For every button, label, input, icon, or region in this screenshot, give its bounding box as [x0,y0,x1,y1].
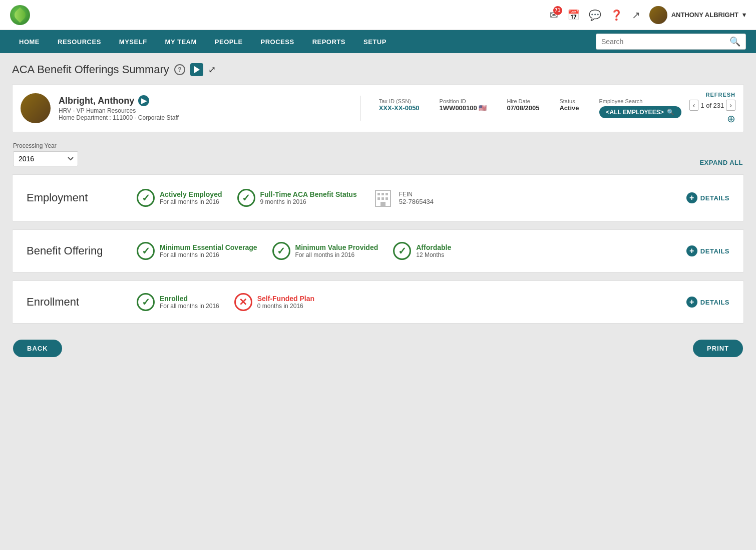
help-icon[interactable]: ❓ [610,9,623,21]
min-essential-text: Minimum Essential Coverage For all month… [160,243,257,258]
self-funded-check: ✕ [234,293,252,311]
refresh-nav: REFRESH ‹ 1 of 231 › ⊕ [689,92,735,125]
fullscreen-icon[interactable]: ⤢ [208,64,216,75]
avatar-image [649,6,667,24]
nav-home[interactable]: HOME [10,30,49,53]
expand-all-button[interactable]: EXPAND ALL [699,159,743,166]
nav-items: HOME RESOURCES MYSELF MY TEAM PEOPLE PRO… [10,30,396,53]
next-employee-button[interactable]: › [726,100,735,111]
employee-card: Albright, Anthony ▶ HRV - VP Human Resou… [12,84,744,132]
enrollment-items: ✓ Enrolled For all months in 2016 ✕ Self… [137,293,666,311]
export-icon[interactable]: ↗ [632,9,640,21]
emp-search-label: Employee Search [599,98,643,104]
tax-id-value: XXX-XX-0050 [379,104,420,112]
enrollment-section: Enrollment ✓ Enrolled For all months in … [12,281,744,324]
hire-date-field: Hire Date 07/08/2005 [507,98,539,112]
x-icon: ✕ [239,296,247,308]
employee-name-row: Albright, Anthony ▶ [59,95,352,106]
fulltime-aca-text: Full-Time ACA Benefit Status 9 months in… [260,190,357,205]
employment-details-button[interactable]: + DETAILS [686,192,729,203]
employee-title: HRV - VP Human Resources [59,107,352,114]
nav-people[interactable]: PEOPLE [206,30,252,53]
back-button[interactable]: BACK [13,340,62,357]
nav-reports[interactable]: REPORTS [303,30,354,53]
fein-value: 52-7865434 [399,198,434,205]
page-title: ACA Benefit Offerings Summary [12,63,169,76]
self-funded-label: Self-Funded Plan [257,295,314,303]
benefit-offering-section: Benefit Offering ✓ Minimum Essential Cov… [12,229,744,272]
search-button[interactable]: 🔍 [729,36,740,47]
benefit-details-label: DETAILS [700,247,729,255]
calendar-icon[interactable]: 📅 [567,9,580,21]
affordable-label: Affordable [416,243,451,251]
min-value-item: ✓ Minimum Value Provided For all months … [272,242,379,260]
check-icon-2: ✓ [242,192,250,204]
svg-rect-1 [377,193,380,195]
mail-icon[interactable]: ✉ 71 [550,9,558,21]
search-bar: 🔍 [596,34,746,50]
nav-my-team[interactable]: MY TEAM [156,30,206,53]
position-id-field: Position ID 1WW000100 🇺🇸 [440,98,487,112]
employee-count: 1 of 231 [700,102,724,109]
nav-setup[interactable]: SETUP [354,30,396,53]
min-value-label: Minimum Value Provided [295,243,379,251]
benefit-details-button[interactable]: + DETAILS [686,245,729,256]
enrolled-item: ✓ Enrolled For all months in 2016 [137,293,219,311]
details-plus-icon: + [686,192,697,203]
svg-rect-7 [381,202,386,206]
nav-resources[interactable]: RESOURCES [49,30,110,53]
controls-row: Processing Year 2016 2015 2017 EXPAND AL… [12,142,744,166]
help-circle-icon[interactable]: ? [174,64,185,75]
search-input[interactable] [601,38,729,46]
affordable-sub: 12 Months [416,251,451,258]
check-icon-3: ✓ [142,245,150,257]
status-value: Active [559,104,579,112]
check-icon-4: ✓ [277,245,285,257]
enrolled-check: ✓ [137,293,155,311]
enrolled-label: Enrolled [160,295,219,303]
employee-avatar [21,93,51,123]
top-bar-right: ✉ 71 📅 💬 ❓ ↗ ANTHONY ALBRIGHT ▾ [550,6,746,24]
actively-employed-label: Actively Employed [160,190,222,198]
actively-employed-check: ✓ [137,189,155,207]
svg-rect-5 [382,197,384,200]
svg-rect-3 [386,193,388,195]
svg-rect-4 [377,197,380,200]
add-circle-icon[interactable]: ⊕ [727,113,735,125]
nav-bar: HOME RESOURCES MYSELF MY TEAM PEOPLE PRO… [0,30,756,53]
nav-arrows: ‹ 1 of 231 › [689,100,735,111]
enrollment-details-label: DETAILS [700,299,729,306]
all-employees-button[interactable]: <ALL EMPLOYEES> 🔍 [599,106,681,118]
employee-nav-button[interactable]: ▶ [138,95,149,106]
affordable-text: Affordable 12 Months [416,243,451,258]
enrollment-details-button[interactable]: + DETAILS [686,297,729,308]
flag-icon: 🇺🇸 [479,104,487,112]
min-value-text: Minimum Value Provided For all months in… [295,243,379,258]
svg-rect-6 [386,197,388,200]
status-label: Status [559,98,575,104]
fulltime-aca-item: ✓ Full-Time ACA Benefit Status 9 months … [237,189,357,207]
chat-icon[interactable]: 💬 [589,9,601,21]
prev-employee-button[interactable]: ‹ [689,100,699,111]
affordable-item: ✓ Affordable 12 Months [393,242,451,260]
benefit-details-plus-icon: + [686,245,697,256]
processing-year-label: Processing Year [13,142,78,149]
tax-id-label: Tax ID (SSN) [379,98,420,104]
nav-myself[interactable]: MYSELF [110,30,156,53]
search-icon-white: 🔍 [667,109,674,116]
check-icon-5: ✓ [398,245,407,257]
self-funded-sub: 0 months in 2016 [257,303,314,310]
nav-process[interactable]: PROCESS [252,30,303,53]
min-essential-item: ✓ Minimum Essential Coverage For all mon… [137,242,257,260]
play-button[interactable] [190,63,203,76]
employee-fields: Tax ID (SSN) XXX-XX-0050 Position ID 1WW… [379,98,681,118]
print-button[interactable]: PRINT [693,340,743,357]
refresh-button[interactable]: REFRESH [705,92,735,98]
min-value-check: ✓ [272,242,290,260]
year-select[interactable]: 2016 2015 2017 [13,151,78,166]
position-id-label: Position ID [440,98,487,104]
fein-label: FEIN [399,191,434,198]
enrollment-title: Enrollment [27,296,117,309]
user-menu[interactable]: ANTHONY ALBRIGHT ▾ [649,6,746,24]
chevron-down-icon: ▾ [742,11,746,19]
